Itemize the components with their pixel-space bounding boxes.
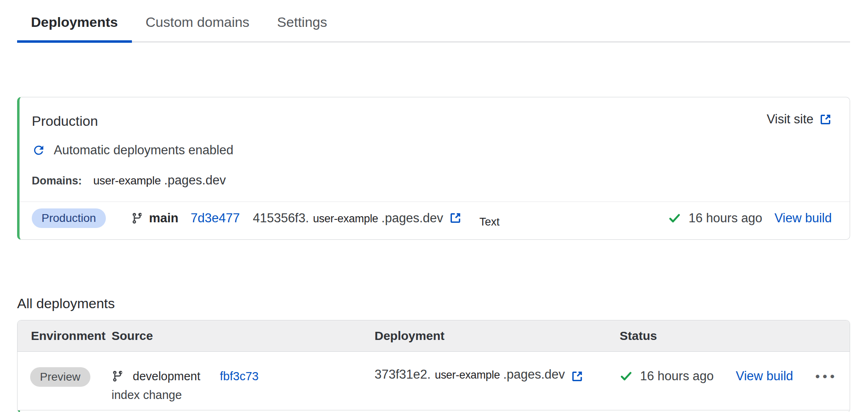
- deployment-url-link[interactable]: 373f31e2. user-example .pages.dev: [375, 367, 620, 385]
- domains-row: Domains: user-example .pages.dev: [32, 173, 832, 188]
- deployment-url-hash: 415356f3.: [253, 211, 309, 226]
- deployment-url-name: user-example: [313, 213, 378, 225]
- next-row-indicator: [18, 410, 850, 412]
- deployment-url-suffix: .pages.dev: [503, 367, 565, 382]
- pages-project-deployments-view: Deployments Custom domains Settings Prod…: [0, 0, 868, 412]
- environment-badge: Preview: [30, 367, 90, 387]
- deployment-url-suffix: .pages.dev: [381, 211, 443, 226]
- visit-site-label: Visit site: [767, 112, 813, 127]
- tab-label: Custom domains: [146, 14, 250, 30]
- branch-name: development: [133, 370, 200, 383]
- deployments-table: Environment Source Deployment Status Pre…: [17, 320, 850, 412]
- all-deployments-title: All deployments: [17, 294, 850, 312]
- deployment-time: 16 hours ago: [640, 369, 714, 384]
- external-link-icon: [571, 370, 583, 383]
- domains-label: Domains:: [32, 175, 82, 187]
- tab-settings[interactable]: Settings: [263, 11, 341, 42]
- deployment-url-name: user-example: [435, 369, 500, 381]
- deployment-status-group: 16 hours ago View build: [668, 211, 832, 226]
- commit-message: index change: [112, 388, 375, 402]
- deployment-cell: 373f31e2. user-example .pages.dev: [375, 367, 620, 402]
- row-menu-button[interactable]: •••: [815, 367, 837, 385]
- success-check-icon: [620, 370, 633, 383]
- status-time-group: 16 hours ago: [620, 367, 714, 385]
- refresh-icon: [32, 143, 46, 157]
- table-header-row: Environment Source Deployment Status: [18, 320, 850, 352]
- environment-badge: Production: [32, 208, 106, 228]
- visit-site-link[interactable]: Visit site: [767, 112, 832, 127]
- column-header-source: Source: [112, 329, 375, 343]
- tab-custom-domains[interactable]: Custom domains: [132, 11, 263, 42]
- tab-bar: Deployments Custom domains Settings: [17, 0, 850, 42]
- tab-label: Settings: [277, 14, 327, 30]
- commit-message: Text: [480, 216, 500, 228]
- environment-cell: Preview: [18, 367, 112, 402]
- tab-deployments[interactable]: Deployments: [17, 11, 132, 42]
- commit-link[interactable]: 7d3e477: [191, 211, 240, 226]
- branch-name: main: [149, 211, 178, 226]
- view-build-link[interactable]: View build: [736, 367, 793, 385]
- production-title: Production: [32, 112, 98, 130]
- tab-label: Deployments: [31, 14, 118, 30]
- column-header-deployment: Deployment: [375, 329, 620, 343]
- source-cell: development fbf3c73 index change: [112, 367, 375, 402]
- git-branch-icon: [112, 370, 124, 382]
- domain-suffix: .pages.dev: [164, 173, 226, 188]
- production-card-header: Production Visit site: [32, 112, 832, 130]
- external-link-icon: [449, 212, 462, 224]
- production-deployment-row: Production main 7d3e477 415356f3. user-e…: [20, 202, 850, 234]
- status-cell: 16 hours ago View build •••: [620, 367, 850, 402]
- deployment-url-hash: 373f31e2.: [375, 367, 431, 382]
- external-link-icon: [819, 113, 832, 126]
- deployment-url-link[interactable]: 415356f3. user-example .pages.dev: [253, 211, 462, 226]
- commit-link[interactable]: fbf3c73: [220, 370, 259, 383]
- table-row: Preview development fbf3c73 index change…: [18, 352, 850, 410]
- git-branch-icon: [131, 212, 143, 224]
- view-build-link[interactable]: View build: [774, 211, 832, 226]
- column-header-environment: Environment: [18, 329, 112, 343]
- auto-deployments-label: Automatic deployments enabled: [54, 143, 233, 158]
- deployment-time: 16 hours ago: [688, 211, 762, 226]
- domain-name: user-example: [93, 174, 161, 187]
- column-header-status: Status: [620, 329, 850, 343]
- auto-deployments-row: Automatic deployments enabled: [32, 143, 832, 158]
- success-check-icon: [668, 212, 681, 225]
- source-branch-group: development fbf3c73: [112, 367, 375, 385]
- source-branch-group: main: [131, 211, 178, 226]
- production-card: Production Visit site Automatic deployme…: [17, 97, 850, 240]
